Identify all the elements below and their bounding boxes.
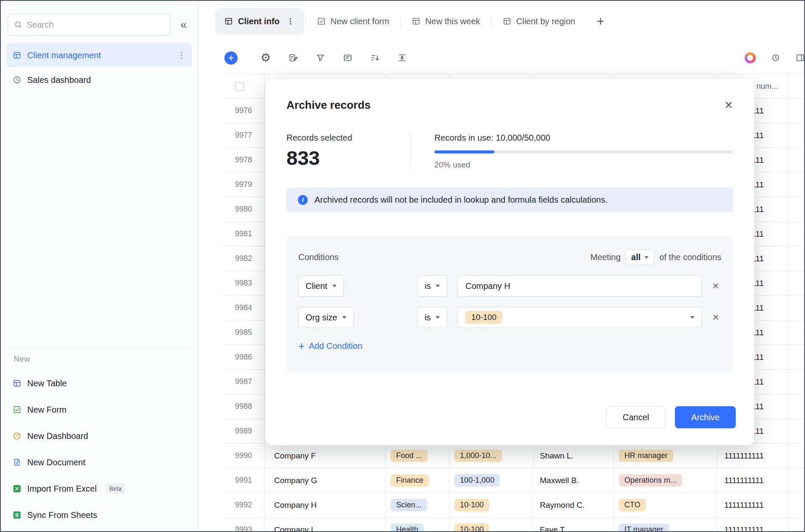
cancel-button[interactable]: Cancel (606, 406, 666, 428)
cell-row-number[interactable]: 9987 (222, 370, 265, 394)
cell-row-number[interactable]: 9986 (222, 345, 265, 370)
sidebar-item-sync-from-sheets[interactable]: Sync From Sheets (7, 503, 192, 527)
archive-button[interactable]: Archive (675, 406, 736, 428)
cell-company[interactable]: Company I (265, 518, 385, 531)
table-row[interactable]: 9992 Company H Scien... 10-100 Raymond C… (222, 493, 804, 518)
cell-size[interactable]: 10-100 (449, 493, 534, 518)
cell-role[interactable]: CTO (614, 493, 717, 518)
search-input[interactable] (27, 20, 164, 30)
more-options-icon[interactable]: ⋮ (177, 51, 186, 59)
tab-new-client-form[interactable]: New client form (308, 8, 399, 34)
table-row[interactable]: 9993 Company I Health 10-100 Faye T. IT … (222, 518, 804, 531)
cell-row-number[interactable]: 9990 (222, 444, 265, 468)
usage-label: Records in use: 10,000/50,000 (434, 133, 733, 143)
cell-row-number[interactable]: 9979 (222, 173, 265, 197)
history-icon[interactable] (771, 53, 780, 62)
cell-row-number[interactable]: 9980 (222, 197, 265, 222)
sidebar-item-new-table[interactable]: New Table (7, 371, 192, 395)
sort-icon[interactable] (370, 53, 380, 62)
settings-gear-icon[interactable]: ⚙ (261, 52, 271, 64)
panel-toggle-icon[interactable] (796, 53, 805, 62)
cell-company[interactable]: Company H (265, 493, 385, 518)
cell-role[interactable]: IT manager (614, 518, 717, 531)
cell-contact[interactable]: Shawn L. (534, 444, 614, 468)
tab-separator (306, 16, 306, 26)
cell-row-number[interactable]: 9992 (222, 493, 265, 518)
filter-icon[interactable] (316, 53, 325, 62)
sidebar-item-sales-dashboard[interactable]: Sales dashboard (7, 68, 192, 92)
cell-contact[interactable]: Faye T. (534, 518, 614, 531)
cell-row-number[interactable]: 9989 (222, 419, 265, 444)
tab-new-this-week[interactable]: New this week (402, 8, 490, 34)
cell-row-number[interactable]: 9993 (222, 518, 265, 531)
condition-operator-select[interactable]: is (417, 307, 447, 328)
condition-field-select[interactable]: Client (298, 275, 344, 297)
add-record-button[interactable]: + (224, 51, 238, 65)
usage-progress-fill (434, 150, 494, 153)
remove-condition-button[interactable]: ✕ (710, 281, 721, 291)
cell-row-number[interactable]: 9983 (222, 271, 265, 296)
condition-value-select[interactable]: 10-100 (457, 307, 702, 328)
cell-row-number[interactable]: 9978 (222, 148, 265, 173)
select-all-checkbox[interactable] (235, 82, 244, 91)
tab-client-by-region[interactable]: Client by region (493, 8, 585, 34)
column-header-label: num... (757, 82, 778, 91)
color-ring-icon[interactable] (745, 52, 756, 63)
add-view-button[interactable]: + (596, 14, 604, 28)
cell-contact[interactable]: Raymond C. (534, 493, 614, 518)
cell-row-number[interactable]: 9977 (222, 123, 265, 148)
cell-row-number[interactable]: 9984 (222, 296, 265, 320)
cell-category[interactable]: Scien... (385, 493, 449, 518)
cell-company[interactable]: Company F (265, 444, 385, 468)
search-box[interactable] (8, 14, 170, 36)
cell-category[interactable]: Food ... (385, 444, 449, 468)
close-icon[interactable]: ✕ (724, 100, 733, 110)
cell-phone[interactable]: 1111111111 (717, 444, 789, 468)
sidebar-item-new-document[interactable]: New Document (7, 450, 192, 474)
condition-field-select[interactable]: Org size (298, 307, 354, 328)
cell-category[interactable]: Health (385, 518, 449, 531)
sidebar-item-new-dashboard[interactable]: New Dashboard (7, 424, 192, 448)
cell-company[interactable]: Company G (265, 468, 385, 493)
remove-condition-button[interactable]: ✕ (710, 312, 721, 323)
cell-phone[interactable]: 1111111111 (717, 518, 789, 531)
sheets-icon (13, 511, 21, 519)
cell-extra (789, 468, 804, 493)
tab-label: New this week (425, 17, 480, 26)
collapse-sidebar-button[interactable]: « (174, 15, 193, 34)
cell-row-number[interactable]: 9976 (222, 99, 265, 123)
meeting-select[interactable]: all (626, 249, 654, 265)
cell-row-number[interactable]: 9982 (222, 246, 265, 271)
cell-role[interactable]: Operations m... (614, 468, 717, 493)
beta-badge: Beta (106, 484, 125, 493)
table-row[interactable]: 9991 Company G Finance 100-1,000 Maxwell… (222, 468, 804, 493)
cell-tag: Scien... (391, 499, 427, 511)
sidebar-item-import-from-excel[interactable]: Import From Excel Beta (7, 477, 192, 501)
cell-row-number[interactable]: 9988 (222, 394, 265, 419)
card-view-icon[interactable] (343, 53, 352, 62)
tab-client-info[interactable]: Client info ⋮ (215, 8, 304, 34)
sidebar-item-client-management[interactable]: Client management ⋮ (7, 43, 192, 67)
tab-menu-icon[interactable]: ⋮ (286, 17, 295, 25)
sidebar-item-new-form[interactable]: New Form (7, 398, 192, 422)
cell-phone[interactable]: 1111111111 (717, 468, 789, 493)
chevron-down-icon (436, 285, 440, 287)
condition-value-input[interactable]: Company H (457, 275, 702, 297)
add-condition-button[interactable]: + Add Condition (298, 341, 362, 351)
column-header-select[interactable] (222, 74, 265, 99)
cell-row-number[interactable]: 9981 (222, 222, 265, 246)
cell-role[interactable]: HR manager (614, 444, 717, 468)
row-height-icon[interactable] (397, 53, 407, 62)
cell-tag: Finance (391, 474, 429, 487)
cell-size[interactable]: 10-100 (449, 518, 534, 531)
edit-form-icon[interactable] (289, 53, 298, 62)
cell-size[interactable]: 1,000-10... (449, 444, 534, 468)
cell-contact[interactable]: Maxwell B. (534, 468, 614, 493)
cell-row-number[interactable]: 9985 (222, 320, 265, 345)
table-row[interactable]: 9990 Company F Food ... 1,000-10... Shaw… (222, 444, 804, 468)
cell-category[interactable]: Finance (385, 468, 449, 493)
cell-row-number[interactable]: 9991 (222, 468, 265, 493)
cell-size[interactable]: 100-1,000 (449, 468, 534, 493)
condition-operator-select[interactable]: is (417, 275, 447, 297)
cell-phone[interactable]: 1111111111 (717, 493, 789, 518)
